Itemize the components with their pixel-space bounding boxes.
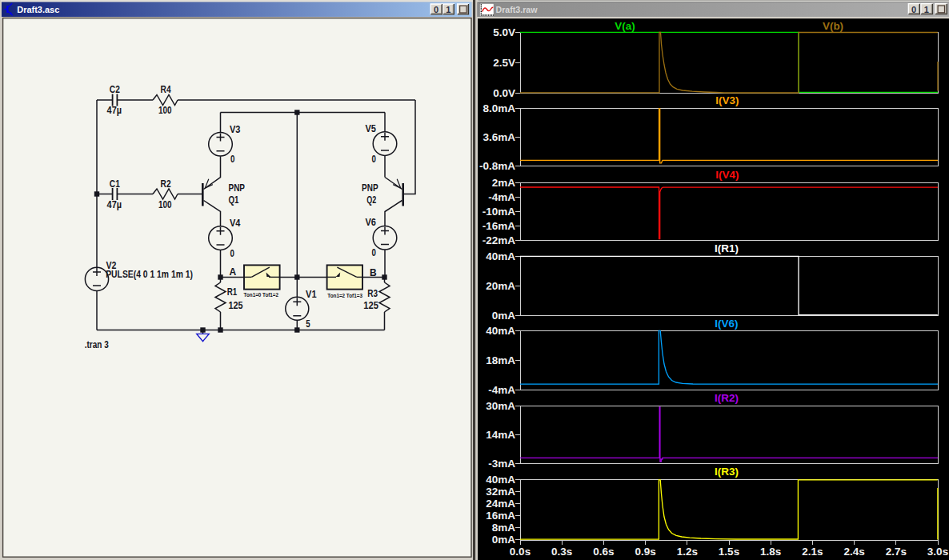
svg-text:Draft3.raw: Draft3.raw [496,4,539,14]
svg-text:I(R2): I(R2) [715,392,739,404]
svg-text:-4mA: -4mA [488,191,515,203]
svg-text:40mA: 40mA [486,474,515,486]
svg-text:100: 100 [158,105,172,116]
svg-text:C1: C1 [110,178,120,190]
svg-text:I(R1): I(R1) [715,242,739,254]
svg-text:1.2s: 1.2s [677,546,698,558]
svg-text:V6: V6 [366,217,377,228]
svg-text:5: 5 [306,318,310,330]
svg-text:-3mA: -3mA [488,458,515,470]
svg-text:40mA: 40mA [486,325,515,337]
svg-text:-16mA: -16mA [483,220,516,232]
svg-text:R1: R1 [227,286,238,298]
svg-text:0: 0 [230,154,235,165]
svg-text:3.0s: 3.0s [927,546,948,558]
svg-text:2.7s: 2.7s [886,546,907,558]
svg-text:Ton1=0 Tof1=2: Ton1=0 Tof1=2 [244,291,278,298]
svg-text:-10mA: -10mA [483,206,516,218]
svg-text:32mA: 32mA [486,486,515,498]
svg-text:0: 0 [911,5,916,14]
svg-text:R2: R2 [161,178,171,190]
svg-text:100: 100 [158,199,172,210]
svg-text:2.4s: 2.4s [843,546,864,558]
svg-text:18mA: 18mA [486,354,515,366]
svg-text:0: 0 [372,154,377,165]
svg-text:0.3s: 0.3s [551,546,572,558]
svg-text:0.9s: 0.9s [635,546,655,558]
svg-text:I(V3): I(V3) [715,94,739,106]
svg-text:I(V6): I(V6) [715,318,738,330]
svg-text:Q1: Q1 [229,194,239,206]
svg-text:125: 125 [363,300,378,311]
svg-text:V4: V4 [230,218,241,229]
svg-text:-22mA: -22mA [483,234,516,246]
svg-text:-0.8mA: -0.8mA [479,160,515,172]
svg-text:0mA: 0mA [492,310,516,322]
svg-text:47µ: 47µ [107,199,122,210]
svg-text:Q2: Q2 [366,194,376,206]
svg-text:1.5s: 1.5s [719,546,739,558]
svg-text:40mA: 40mA [486,250,515,262]
svg-text:A: A [230,266,237,278]
svg-text:Ton1=2 Tof1=3: Ton1=2 Tof1=3 [327,292,362,299]
svg-text:R3: R3 [367,288,378,299]
svg-text:47µ: 47µ [107,105,122,116]
svg-text:0.0s: 0.0s [510,546,531,558]
svg-text:0.0V: 0.0V [493,87,515,99]
svg-text:1.8s: 1.8s [760,546,781,558]
svg-text:V(b): V(b) [823,20,843,32]
svg-text:R4: R4 [161,84,171,95]
svg-text:-4mA: -4mA [488,384,515,396]
svg-text:8.0mA: 8.0mA [483,102,515,114]
svg-text:5.0V: 5.0V [493,26,515,38]
svg-text:16mA: 16mA [486,510,515,522]
svg-text:0: 0 [434,5,438,14]
svg-text:0: 0 [372,247,377,258]
svg-text:V5: V5 [366,123,377,134]
svg-text:B: B [370,267,377,278]
svg-text:2.5V: 2.5V [493,57,515,69]
svg-text:125: 125 [228,300,242,311]
svg-text:1: 1 [924,5,929,14]
svg-text:24mA: 24mA [486,498,515,510]
svg-text:30mA: 30mA [486,400,515,412]
svg-text:2.1s: 2.1s [802,546,823,558]
svg-text:V(a): V(a) [615,20,635,32]
svg-text:C2: C2 [110,84,120,95]
svg-text:V3: V3 [230,124,241,135]
svg-text:V1: V1 [306,289,317,300]
svg-text:14mA: 14mA [486,429,515,441]
svg-text:2mA: 2mA [492,177,516,189]
svg-text:.tran 3: .tran 3 [85,339,109,350]
svg-text:PULSE(4 0 1 1m 1m 1): PULSE(4 0 1 1m 1m 1) [106,269,193,280]
svg-text:I(V4): I(V4) [715,169,739,181]
svg-text:0: 0 [230,248,235,259]
svg-text:1: 1 [446,5,450,14]
svg-text:3.6mA: 3.6mA [483,131,515,143]
svg-text:I(R3): I(R3) [715,466,739,478]
svg-text:PNP: PNP [229,182,246,194]
svg-text:0.6s: 0.6s [593,546,614,558]
svg-text:PNP: PNP [362,182,378,194]
svg-text:8mA: 8mA [492,522,516,534]
svg-text:0mA: 0mA [492,534,516,546]
svg-text:Draft3.asc: Draft3.asc [17,4,60,14]
svg-text:20mA: 20mA [486,280,515,292]
